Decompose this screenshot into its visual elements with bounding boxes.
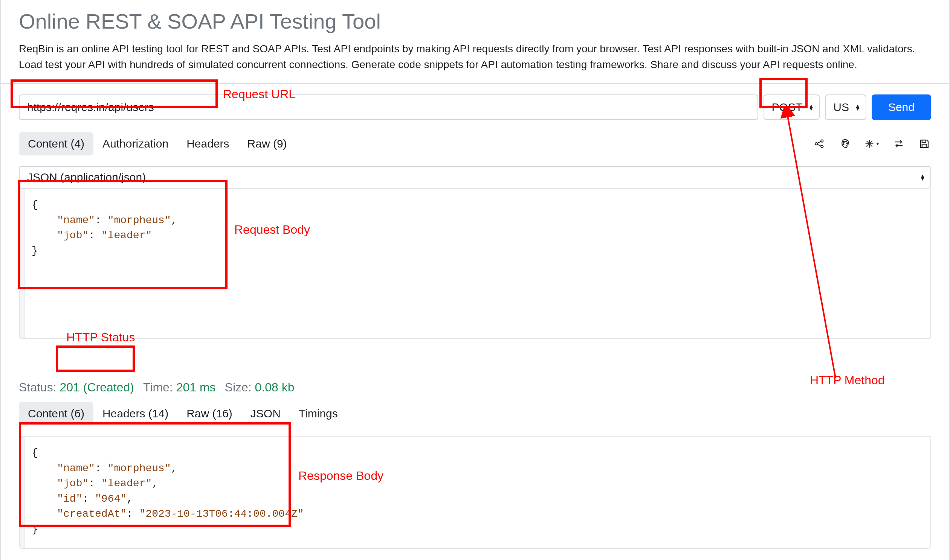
response-body-editor: { "name": "morpheus", "job": "leader", "… — [19, 436, 931, 549]
theme-icon[interactable] — [839, 137, 852, 151]
resp-tab-json[interactable]: JSON — [241, 402, 290, 425]
status-row: Status: 201 (Created) Time: 201 ms Size:… — [19, 380, 931, 394]
url-input[interactable] — [19, 94, 758, 120]
response-body-content: { "name": "morpheus", "job": "leader", "… — [25, 437, 930, 548]
page-intro: ReqBin is an online API testing tool for… — [19, 41, 931, 72]
svg-rect-14 — [922, 144, 927, 148]
resp-tab-timings[interactable]: Timings — [290, 402, 347, 425]
region-value: US — [833, 101, 849, 114]
svg-line-3 — [817, 142, 821, 143]
time-label: Time: — [143, 380, 173, 394]
page-title: Online REST & SOAP API Testing Tool — [19, 9, 931, 34]
status-value: 201 (Created) — [60, 380, 134, 394]
resp-tab-content[interactable]: Content (6) — [19, 402, 93, 425]
chevron-down-icon: ▼ — [875, 141, 880, 146]
editor-gutter — [20, 437, 25, 548]
svg-line-4 — [817, 145, 821, 146]
region-select[interactable]: US ▲▼ — [825, 94, 867, 120]
method-value: POST — [772, 101, 803, 114]
resp-tab-headers[interactable]: Headers (14) — [93, 402, 177, 425]
svg-rect-13 — [922, 140, 926, 142]
caret-icon: ▲▼ — [855, 104, 861, 111]
generate-code-icon[interactable]: ▼ — [864, 137, 880, 151]
svg-point-0 — [815, 143, 817, 145]
content-type-value: JSON (application/json) — [27, 171, 146, 184]
request-body-content[interactable]: { "name": "morpheus", "job": "leader" } — [25, 189, 930, 338]
send-button[interactable]: Send — [871, 94, 931, 120]
tab-headers[interactable]: Headers — [177, 132, 238, 155]
save-icon[interactable] — [918, 137, 931, 151]
svg-point-2 — [821, 145, 823, 148]
status-label: Status: — [19, 380, 57, 394]
divider — [1, 83, 949, 84]
request-tabs-row: Content (4) Authorization Headers Raw (9… — [19, 132, 931, 155]
caret-icon: ▲▼ — [920, 174, 925, 181]
editor-gutter — [20, 189, 25, 338]
svg-point-8 — [843, 144, 844, 145]
svg-point-1 — [821, 140, 823, 142]
tab-raw[interactable]: Raw (9) — [238, 132, 296, 155]
share-icon[interactable] — [813, 137, 827, 151]
toolbar-icons: ▼ — [813, 137, 931, 151]
svg-point-6 — [846, 141, 847, 142]
request-body-editor[interactable]: { "name": "morpheus", "job": "leader" } — [19, 189, 931, 339]
tab-authorization[interactable]: Authorization — [93, 132, 177, 155]
resp-tab-raw[interactable]: Raw (16) — [177, 402, 241, 425]
content-type-select[interactable]: JSON (application/json) ▲▼ — [19, 166, 931, 189]
caret-icon: ▲▼ — [808, 104, 814, 111]
method-select[interactable]: POST ▲▼ — [763, 94, 820, 120]
tab-content[interactable]: Content (4) — [19, 132, 93, 155]
time-value: 201 ms — [176, 380, 216, 394]
svg-point-7 — [847, 143, 848, 144]
response-tabs-row: Content (6) Headers (14) Raw (16) JSON T… — [19, 402, 931, 425]
size-label: Size: — [225, 380, 251, 394]
size-value: 0.08 kb — [255, 380, 295, 394]
request-row: POST ▲▼ US ▲▼ Send — [19, 94, 931, 120]
svg-point-5 — [844, 142, 845, 143]
compare-icon[interactable] — [892, 137, 905, 151]
